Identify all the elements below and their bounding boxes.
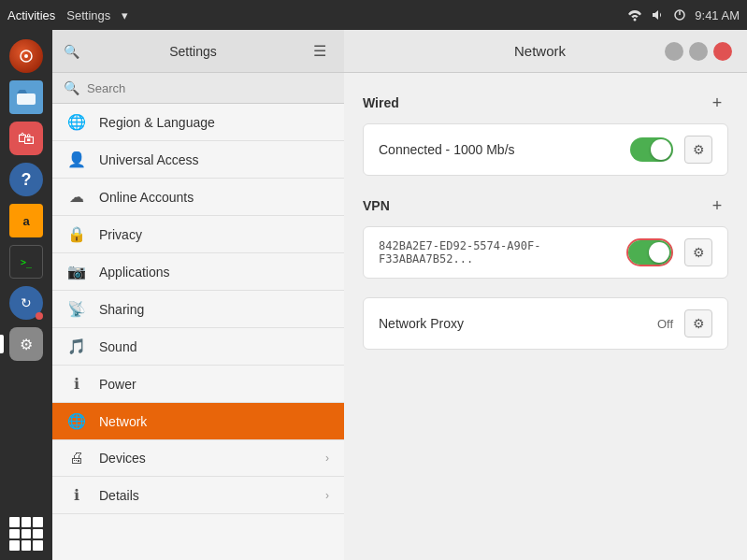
sidebar-title: Settings bbox=[87, 44, 299, 59]
online-accounts-icon: ☁ bbox=[67, 188, 86, 206]
vpn-connection-id: 842BA2E7-ED92-5574-A90F-F33ABAA7B52... bbox=[379, 239, 615, 266]
topbar-settings-arrow: ▾ bbox=[122, 8, 128, 22]
sidebar-label-sharing: Sharing bbox=[99, 302, 329, 317]
vpn-toggle[interactable] bbox=[628, 240, 671, 265]
content-header: Network — □ ✕ bbox=[344, 30, 747, 73]
dock-item-files[interactable] bbox=[7, 79, 45, 116]
sidebar-item-power[interactable]: ℹ Power bbox=[52, 366, 344, 403]
proxy-label: Network Proxy bbox=[379, 316, 646, 331]
proxy-card: Network Proxy Off ⚙ bbox=[363, 297, 728, 350]
sidebar-item-sound[interactable]: 🎵 Sound bbox=[52, 328, 344, 366]
help-icon: ? bbox=[9, 163, 43, 196]
close-button[interactable]: ✕ bbox=[713, 42, 732, 61]
sharing-icon: 📡 bbox=[67, 300, 86, 318]
dock-item-help[interactable]: ? bbox=[7, 161, 45, 198]
main-area: 🛍 ? a >_ ↻ ⚙ bbox=[0, 30, 747, 560]
network-icon bbox=[627, 7, 642, 22]
dock-item-rhythmbox[interactable] bbox=[7, 37, 45, 75]
region-icon: 🌐 bbox=[67, 113, 86, 131]
wired-settings-button[interactable]: ⚙ bbox=[684, 136, 712, 164]
vpn-settings-button[interactable]: ⚙ bbox=[684, 238, 712, 266]
sidebar-label-applications: Applications bbox=[99, 265, 329, 280]
sidebar-menu-button[interactable]: ☰ bbox=[307, 38, 333, 65]
sidebar-label-power: Power bbox=[99, 377, 329, 392]
dock-item-terminal[interactable]: >_ bbox=[7, 243, 45, 280]
sidebar-item-privacy[interactable]: 🔒 Privacy bbox=[52, 216, 344, 253]
vpn-section-header: VPN + bbox=[363, 194, 728, 217]
minimize-button[interactable]: — bbox=[665, 42, 683, 61]
svg-point-0 bbox=[634, 19, 637, 22]
privacy-icon: 🔒 bbox=[67, 225, 86, 243]
volume-icon bbox=[650, 7, 665, 22]
wired-connection-label: Connected - 1000 Mb/s bbox=[379, 142, 619, 157]
sidebar: 🔍 Settings ☰ 🔍 🌐 Region & Language 👤 Uni… bbox=[52, 30, 344, 560]
sidebar-header: 🔍 Settings ☰ bbox=[52, 30, 344, 73]
settings-icon: ⚙ bbox=[9, 327, 43, 361]
devices-chevron-icon: › bbox=[325, 452, 329, 465]
amazon-icon: a bbox=[9, 204, 43, 237]
topbar-left: Activities Settings ▾ bbox=[7, 8, 128, 22]
proxy-value: Off bbox=[657, 317, 673, 331]
files-icon bbox=[9, 80, 43, 114]
wired-toggle-knob bbox=[651, 139, 671, 160]
grid-icon bbox=[9, 517, 43, 551]
details-icon: ℹ bbox=[67, 486, 86, 504]
search-icon: 🔍 bbox=[64, 80, 79, 95]
devices-icon: 🖨 bbox=[67, 450, 86, 467]
universal-icon: 👤 bbox=[67, 151, 86, 168]
vpn-toggle-knob bbox=[649, 242, 669, 263]
maximize-button[interactable]: □ bbox=[689, 42, 708, 61]
dock: 🛍 ? a >_ ↻ ⚙ bbox=[0, 30, 52, 560]
sidebar-item-applications[interactable]: 📷 Applications bbox=[52, 253, 344, 291]
rhythmbox-icon bbox=[9, 39, 43, 73]
sidebar-label-sound: Sound bbox=[99, 339, 329, 354]
content-title: Network bbox=[514, 43, 566, 59]
sidebar-label-details: Details bbox=[99, 488, 312, 503]
vpn-toggle-wrapper bbox=[626, 238, 673, 266]
network-nav-icon: 🌐 bbox=[67, 412, 86, 430]
software-icon: 🛍 bbox=[9, 122, 43, 155]
settings-window: 🔍 Settings ☰ 🔍 🌐 Region & Language 👤 Uni… bbox=[52, 30, 747, 560]
wired-add-button[interactable]: + bbox=[706, 92, 728, 114]
vpn-connection-row: 842BA2E7-ED92-5574-A90F-F33ABAA7B52... ⚙ bbox=[364, 227, 727, 278]
sidebar-item-region[interactable]: 🌐 Region & Language bbox=[52, 104, 344, 141]
search-box: 🔍 bbox=[52, 73, 344, 104]
search-input[interactable] bbox=[87, 81, 333, 95]
topbar: Activities Settings ▾ 9:41 AM bbox=[0, 0, 747, 30]
dock-item-amazon[interactable]: a bbox=[7, 202, 45, 239]
sidebar-label-network: Network bbox=[99, 414, 329, 429]
content-panel: Network — □ ✕ Wired + Connected - 1 bbox=[344, 30, 747, 560]
sidebar-item-devices[interactable]: 🖨 Devices › bbox=[52, 440, 344, 477]
vpn-add-button[interactable]: + bbox=[706, 194, 728, 217]
sidebar-search-icon: 🔍 bbox=[64, 44, 79, 59]
proxy-row: Network Proxy Off ⚙ bbox=[364, 298, 727, 349]
details-chevron-icon: › bbox=[325, 489, 329, 502]
sidebar-item-details[interactable]: ℹ Details › bbox=[52, 477, 344, 514]
dock-item-settings[interactable]: ⚙ bbox=[7, 325, 45, 363]
wired-connection-row: Connected - 1000 Mb/s ⚙ bbox=[364, 124, 727, 175]
dock-item-software[interactable]: 🛍 bbox=[7, 120, 45, 157]
sidebar-item-online-accounts[interactable]: ☁ Online Accounts bbox=[52, 179, 344, 216]
window-controls: — □ ✕ bbox=[665, 42, 732, 61]
wired-toggle[interactable] bbox=[630, 137, 673, 162]
sidebar-label-universal: Universal Access bbox=[99, 152, 329, 167]
svg-point-4 bbox=[24, 54, 28, 58]
sound-icon: 🎵 bbox=[67, 337, 86, 355]
proxy-settings-button[interactable]: ⚙ bbox=[684, 309, 712, 337]
applications-icon: 📷 bbox=[67, 263, 86, 280]
sidebar-item-network[interactable]: 🌐 Network bbox=[52, 403, 344, 440]
sidebar-item-sharing[interactable]: 📡 Sharing bbox=[52, 291, 344, 328]
dock-item-update[interactable]: ↻ bbox=[7, 284, 45, 322]
wired-section: Wired + Connected - 1000 Mb/s ⚙ bbox=[363, 92, 728, 176]
activities-button[interactable]: Activities bbox=[7, 8, 55, 22]
time-display: 9:41 AM bbox=[695, 8, 740, 22]
sidebar-label-region: Region & Language bbox=[99, 115, 329, 130]
topbar-right: 9:41 AM bbox=[627, 7, 740, 22]
sidebar-label-online-accounts: Online Accounts bbox=[99, 190, 329, 205]
update-indicator bbox=[36, 312, 43, 320]
topbar-settings-label[interactable]: Settings bbox=[66, 8, 110, 22]
power-nav-icon: ℹ bbox=[67, 375, 86, 393]
wired-card: Connected - 1000 Mb/s ⚙ bbox=[363, 123, 728, 176]
sidebar-item-universal[interactable]: 👤 Universal Access bbox=[52, 141, 344, 179]
dock-item-grid[interactable] bbox=[7, 515, 45, 553]
